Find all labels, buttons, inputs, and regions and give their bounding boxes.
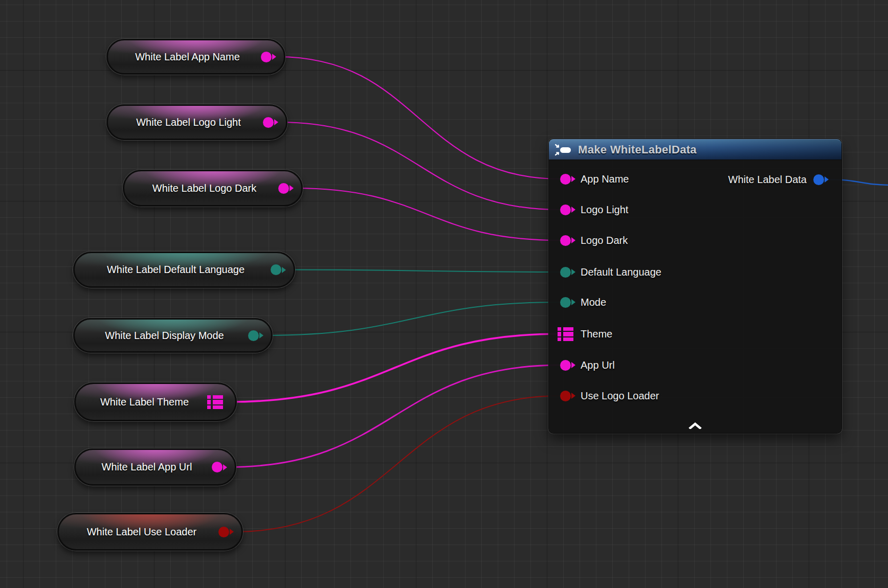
use-logo-loader-input-pin[interactable] <box>560 391 571 401</box>
struct-pin-cell <box>207 400 211 404</box>
white-label-default-language-output-pin[interactable] <box>271 264 281 275</box>
pin-box <box>557 174 574 185</box>
variable-node-white-label-logo-light[interactable]: White Label Logo Light <box>106 104 287 140</box>
input-pin-label: Theme <box>581 328 612 340</box>
input-row-use-logo-loader: Use Logo Loader <box>557 388 659 403</box>
variable-node-label: White Label Logo Dark <box>137 183 272 194</box>
white-label-app-url-output-pin[interactable] <box>212 462 223 472</box>
variable-node-label: White Label App Name <box>120 51 255 63</box>
input-row-theme: Theme <box>557 326 612 342</box>
node-layer: White Label App NameWhite Label Logo Lig… <box>0 0 888 588</box>
input-pin-label: Use Logo Loader <box>581 390 659 402</box>
input-pin-label: Logo Dark <box>581 235 628 246</box>
input-pin-label: Mode <box>581 297 606 308</box>
struct-pin-cell <box>207 395 211 399</box>
output-row: White Label Data <box>728 172 824 187</box>
app-url-input-pin[interactable] <box>560 360 571 371</box>
input-pin-label: App Name <box>581 173 629 185</box>
variable-node-white-label-theme[interactable]: White Label Theme <box>74 382 237 421</box>
struct-pin-cell <box>558 337 561 341</box>
variable-node-label: White Label Theme <box>88 396 201 408</box>
pin-box <box>557 391 574 401</box>
pin-box <box>557 205 574 215</box>
white-label-app-name-output-pin[interactable] <box>261 52 272 62</box>
struct-pin-cell <box>563 327 573 331</box>
input-pin-label: Default Language <box>581 266 661 278</box>
blueprint-graph-canvas[interactable]: White Label App NameWhite Label Logo Lig… <box>0 0 888 588</box>
output-pin-label: White Label Data <box>728 174 807 186</box>
app-name-input-pin[interactable] <box>560 174 571 185</box>
pin-box <box>557 267 574 278</box>
struct-pin-cell <box>213 405 223 409</box>
pin-box <box>557 360 574 371</box>
white-label-logo-dark-output-pin[interactable] <box>278 183 289 194</box>
node-title: Make WhiteLabelData <box>578 143 697 156</box>
collapse-node-button[interactable] <box>685 420 705 431</box>
default-language-input-pin[interactable] <box>560 267 571 278</box>
input-row-app-url: App Url <box>557 357 615 373</box>
variable-node-white-label-default-language[interactable]: White Label Default Language <box>73 252 295 288</box>
input-row-logo-light: Logo Light <box>557 202 628 217</box>
variable-node-label: White Label Logo Light <box>120 117 257 128</box>
variable-node-label: White Label App Url <box>88 461 206 473</box>
chevron-up-icon <box>689 422 702 429</box>
node-header[interactable]: Make WhiteLabelData <box>549 139 841 160</box>
struct-pin-cell <box>563 332 573 336</box>
white-label-data-output-pin[interactable] <box>813 174 824 185</box>
input-pin-label: App Url <box>581 359 615 371</box>
input-pin-label: Logo Light <box>581 204 628 216</box>
white-label-display-mode-output-pin[interactable] <box>248 330 259 341</box>
variable-node-white-label-app-url[interactable]: White Label App Url <box>74 448 236 486</box>
input-row-app-name: App Name <box>557 171 629 187</box>
input-row-logo-dark: Logo Dark <box>557 233 628 248</box>
input-row-mode: Mode <box>557 295 606 310</box>
logo-dark-input-pin[interactable] <box>560 235 571 246</box>
struct-pin-cell <box>558 332 561 336</box>
logo-light-input-pin[interactable] <box>560 205 571 215</box>
struct-pin-cell <box>207 405 211 409</box>
white-label-use-loader-output-pin[interactable] <box>218 527 229 537</box>
white-label-logo-light-output-pin[interactable] <box>263 117 274 128</box>
pin-box <box>557 235 574 246</box>
struct-pin-cell <box>213 400 223 404</box>
white-label-theme-output-pin[interactable] <box>207 394 223 410</box>
make-whitelabeldata-node[interactable]: Make WhiteLabelDataApp NameLogo LightLog… <box>549 139 841 433</box>
variable-node-white-label-app-name[interactable]: White Label App Name <box>106 39 285 75</box>
variable-node-label: White Label Use Loader <box>71 526 212 538</box>
struct-pin-cell <box>213 395 223 399</box>
make-struct-icon <box>554 143 572 156</box>
theme-input-pin[interactable] <box>558 326 573 342</box>
variable-node-label: White Label Default Language <box>87 264 264 276</box>
variable-node-label: White Label Display Mode <box>87 330 242 342</box>
variable-node-white-label-display-mode[interactable]: White Label Display Mode <box>73 318 273 353</box>
struct-pin-cell <box>558 327 561 331</box>
input-row-default-language: Default Language <box>557 264 661 280</box>
mode-input-pin[interactable] <box>560 297 571 308</box>
variable-node-white-label-use-loader[interactable]: White Label Use Loader <box>57 513 243 551</box>
pin-box <box>557 297 574 308</box>
variable-node-white-label-logo-dark[interactable]: White Label Logo Dark <box>123 170 303 207</box>
pin-box <box>557 326 574 342</box>
struct-pin-cell <box>563 337 573 341</box>
